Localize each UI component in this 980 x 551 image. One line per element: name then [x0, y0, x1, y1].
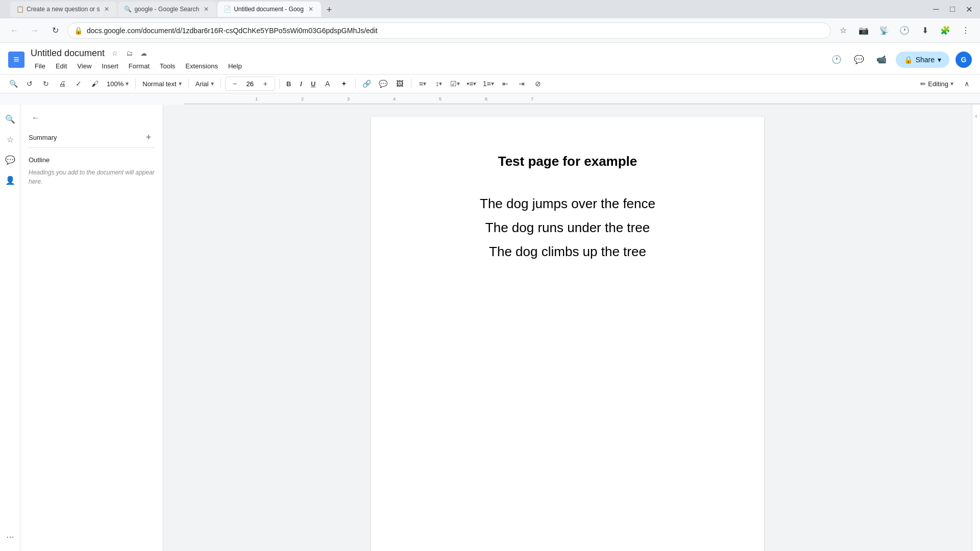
last-edit-button[interactable]: 🕐	[828, 52, 845, 68]
browser-menu-button[interactable]: ⋮	[958, 22, 974, 39]
menu-view[interactable]: View	[73, 60, 95, 72]
cloud-save-button[interactable]: ☁	[137, 47, 150, 59]
maximize-button[interactable]: □	[945, 2, 960, 16]
menu-file[interactable]: File	[31, 60, 50, 72]
collapse-toolbar-button[interactable]: ∧	[960, 77, 974, 91]
page-title[interactable]: Test page for example	[420, 154, 715, 169]
underline-button[interactable]: U	[308, 77, 318, 91]
screenshot-button[interactable]: 📷	[855, 22, 872, 39]
close-window-button[interactable]: ✕	[962, 2, 976, 16]
checklist-button[interactable]: ☑ ▾	[448, 77, 462, 91]
svg-text:6: 6	[485, 96, 487, 102]
bookmark-button[interactable]: ☆	[835, 22, 851, 39]
bold-button[interactable]: B	[284, 77, 294, 91]
font-size-decrease-button[interactable]: −	[228, 77, 242, 91]
user-avatar[interactable]: G	[955, 52, 972, 68]
style-select[interactable]: Normal text ▾	[140, 77, 184, 91]
tab-3[interactable]: 📄 Untitled document - Goog ✕	[217, 2, 321, 17]
format-paint-button[interactable]: 🖌	[88, 77, 102, 91]
back-button[interactable]: ←	[6, 22, 22, 39]
search-icon: 🔍	[9, 80, 18, 88]
cast-button[interactable]: 📡	[876, 22, 892, 39]
sidebar-comment-button[interactable]: 💬	[2, 152, 18, 168]
clear-format-button[interactable]: ⊘	[531, 77, 545, 91]
zoom-select[interactable]: 100% ▾	[104, 77, 131, 91]
extensions-button[interactable]: 🧩	[937, 22, 953, 39]
summary-add-button[interactable]: +	[142, 131, 155, 143]
zoom-chevron: ▾	[126, 80, 129, 87]
right-panel-collapse-button[interactable]: ‹	[969, 109, 981, 123]
star-doc-button[interactable]: ☆	[109, 47, 121, 59]
menu-extensions[interactable]: Extensions	[181, 60, 222, 72]
sidebar-person-button[interactable]: 👤	[2, 172, 18, 188]
numbered-list-button[interactable]: 1≡ ▾	[481, 77, 496, 91]
font-select[interactable]: Arial ▾	[193, 77, 216, 91]
cast-icon: 📡	[879, 26, 889, 35]
editing-mode-button[interactable]: ✏ Editing ▾	[916, 78, 958, 90]
tab1-close-button[interactable]: ✕	[103, 5, 111, 13]
underline-label: U	[311, 80, 315, 88]
text-color-button[interactable]: A	[321, 77, 335, 91]
font-size-value[interactable]: 26	[243, 80, 257, 88]
sidebar-more-button[interactable]: ⋯	[2, 529, 18, 545]
comments-button[interactable]: 💬	[851, 52, 867, 68]
outline-back-button[interactable]: ←	[29, 111, 43, 125]
menu-insert[interactable]: Insert	[97, 60, 122, 72]
minimize-button[interactable]: ─	[929, 2, 943, 16]
tab-1[interactable]: 📋 Create a new question or s ✕	[10, 2, 117, 17]
doc-header: ≡ Untitled document ☆ 🗂 ☁	[0, 43, 980, 74]
sidebar-star-button[interactable]: ☆	[2, 131, 18, 147]
share-button[interactable]: 🔒 Share ▾	[896, 52, 949, 68]
menu-edit[interactable]: Edit	[52, 60, 71, 72]
doc-title[interactable]: Untitled document	[31, 48, 105, 59]
undo-icon: ↺	[27, 80, 33, 88]
sidebar-person-icon: 👤	[5, 176, 15, 185]
outline-panel: ← Summary + Outline Headings you add to …	[20, 105, 163, 551]
italic-button[interactable]: I	[296, 77, 306, 91]
forward-button[interactable]: →	[27, 22, 43, 39]
search-toolbar-button[interactable]: 🔍	[6, 77, 20, 91]
sidebar-search-button[interactable]: 🔍	[2, 111, 18, 127]
tab2-close-button[interactable]: ✕	[202, 5, 210, 13]
video-icon: 📹	[876, 55, 887, 64]
highlight-button[interactable]: ✦	[337, 77, 351, 91]
download-button[interactable]: ⬇	[917, 22, 933, 39]
style-chevron: ▾	[179, 80, 182, 87]
menu-format[interactable]: Format	[125, 60, 154, 72]
indent-decrease-button[interactable]: ⇤	[498, 77, 512, 91]
print-button[interactable]: 🖨	[55, 77, 69, 91]
menu-tools[interactable]: Tools	[156, 60, 179, 72]
docs-icon-symbol: ≡	[13, 54, 19, 65]
redo-button[interactable]: ↻	[39, 77, 53, 91]
indent-increase-button[interactable]: ⇥	[514, 77, 529, 91]
checklist-icon: ☑	[450, 80, 457, 88]
tab3-close-button[interactable]: ✕	[307, 5, 315, 13]
tab2-title: google - Google Search	[134, 6, 199, 13]
align-chevron: ▾	[423, 80, 426, 87]
alignment-button[interactable]: ≡ ▾	[415, 77, 430, 91]
meet-button[interactable]: 📹	[873, 52, 890, 68]
image-button[interactable]: 🖼	[393, 77, 407, 91]
divider-6	[411, 79, 411, 89]
font-size-increase-button[interactable]: +	[258, 77, 273, 91]
tab1-title: Create a new question or s	[27, 6, 100, 13]
comment-inline-button[interactable]: 💬	[376, 77, 390, 91]
lock-share-icon: 🔒	[904, 56, 913, 64]
menu-help[interactable]: Help	[224, 60, 246, 72]
page-body[interactable]: The dog jumps over the fence The dog run…	[420, 194, 715, 262]
history-button[interactable]: 🕐	[896, 22, 913, 39]
link-button[interactable]: 🔗	[360, 77, 374, 91]
refresh-button[interactable]: ↻	[47, 22, 63, 39]
line-spacing-button[interactable]: ↕ ▾	[432, 77, 446, 91]
spellcheck-button[interactable]: ✓	[71, 77, 86, 91]
new-tab-button[interactable]: +	[322, 3, 336, 17]
bullet-list-button[interactable]: •≡ ▾	[464, 77, 479, 91]
tab3-favicon: 📄	[224, 6, 231, 13]
move-to-drive-button[interactable]: 🗂	[123, 47, 135, 59]
undo-button[interactable]: ↺	[22, 77, 37, 91]
doc-content-area[interactable]: Test page for example The dog jumps over…	[163, 105, 972, 551]
tab-2[interactable]: 🔍 google - Google Search ✕	[118, 2, 216, 17]
font-value: Arial	[195, 80, 209, 88]
redo-icon: ↻	[43, 80, 49, 88]
address-bar[interactable]: 🔒 docs.google.com/document/d/1zdbar6r16R…	[67, 22, 831, 39]
